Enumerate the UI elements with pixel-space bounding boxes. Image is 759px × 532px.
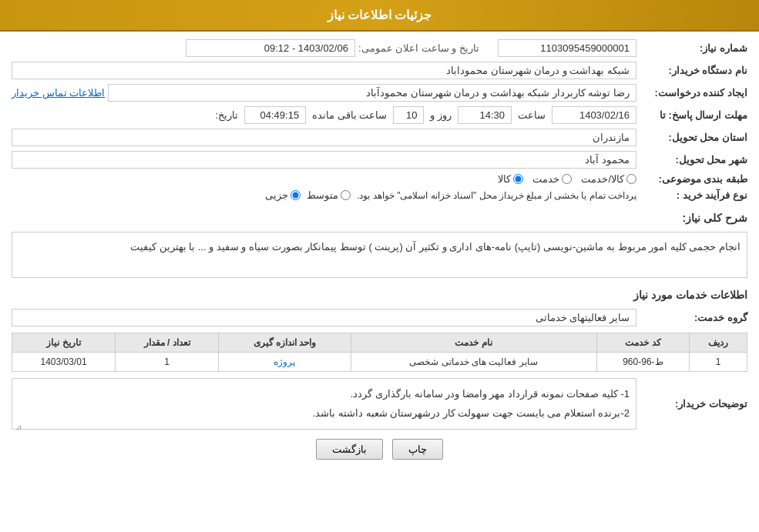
description-label: شرح کلی نیاز:	[683, 212, 747, 224]
creator-label: ایجاد کننده درخواست:	[640, 87, 747, 99]
category-kala-khedmat-radio[interactable]	[626, 174, 636, 184]
process-label: نوع فرآیند خرید :	[640, 189, 747, 201]
process-motavasset-label: متوسط	[307, 189, 338, 201]
creator-value: رضا توشه کاربردار شبکه بهداشت و درمان شه…	[108, 84, 636, 102]
service-info-label: اطلاعات خدمات مورد نیاز	[633, 289, 747, 301]
button-row: چاپ بازگشت	[12, 439, 747, 460]
cell-date: 1403/03/01	[12, 353, 116, 372]
buyer-notes-line2: 2-برنده استعلام می بایست جهت سهولت کار د…	[18, 404, 630, 423]
service-table: ردیف کد خدمت نام خدمت واحد اندازه گیری ت…	[12, 333, 747, 372]
delivery-city-value: محمود آباد	[12, 151, 636, 169]
response-days-label: روز و	[430, 109, 452, 121]
description-section-label-row: شرح کلی نیاز:	[12, 206, 747, 227]
description-value: انجام حجمی کلیه امور مربوط به ماشین-نویس…	[130, 241, 741, 253]
category-khedmat-radio[interactable]	[562, 174, 572, 184]
col-row-num: ردیف	[690, 333, 747, 353]
process-motavasset-option[interactable]: متوسط	[307, 189, 351, 201]
need-number-value: 1103095459000001	[498, 39, 636, 57]
process-motavasset-radio[interactable]	[341, 190, 351, 200]
process-jozvi-label: جزیی	[265, 189, 288, 201]
print-button[interactable]: چاپ	[392, 439, 443, 460]
delivery-province-row: استان محل تحویل: مازندران	[12, 129, 747, 146]
col-code: کد خدمت	[596, 333, 690, 353]
process-note: پرداخت تمام یا بخشی از مبلغ خریداز محل "…	[357, 190, 636, 201]
page-title: جزئیات اطلاعات نیاز	[327, 8, 432, 22]
category-khedmat-option[interactable]: خدمت	[532, 173, 572, 185]
delivery-province-label: استان محل تحویل:	[640, 132, 747, 143]
col-unit: واحد اندازه گیری	[219, 333, 351, 353]
process-options: پرداخت تمام یا بخشی از مبلغ خریداز محل "…	[265, 189, 636, 201]
category-kala-khedmat-label: کالا/خدمت	[581, 173, 624, 185]
service-group-row: گروه خدمت: سایر فعالیتهای خدماتی	[12, 309, 747, 326]
table-row: 1 ط-96-960 سایر فعالیت های خدماتی شخصی پ…	[12, 353, 747, 372]
category-khedmat-label: خدمت	[532, 173, 559, 185]
response-days-value: 10	[393, 106, 424, 124]
response-date-value: 1403/02/16	[552, 106, 636, 124]
service-group-value: سایر فعالیتهای خدماتی	[12, 309, 636, 326]
delivery-province-value: مازندران	[12, 129, 636, 146]
col-date: تاریخ نیاز	[12, 333, 116, 353]
response-remaining-value: 04:49:15	[244, 106, 306, 124]
category-kala-khedmat-option[interactable]: کالا/خدمت	[581, 173, 636, 185]
category-options: کالا/خدمت خدمت کالا	[498, 173, 636, 185]
process-jozvi-radio[interactable]	[291, 190, 301, 200]
buyer-notes-label: توضیحات خریدار:	[640, 398, 747, 410]
category-kala-radio[interactable]	[513, 174, 523, 184]
delivery-city-row: شهر محل تحویل: محمود آباد	[12, 151, 747, 169]
process-jozvi-option[interactable]: جزیی	[265, 189, 301, 201]
col-name: نام خدمت	[351, 333, 596, 353]
delivery-city-label: شهر محل تحویل:	[640, 154, 747, 166]
cell-row-num: 1	[690, 353, 747, 372]
cell-unit[interactable]: پروژه	[219, 353, 351, 372]
col-qty: تعداد / مقدار	[116, 333, 219, 353]
table-header-row: ردیف کد خدمت نام خدمت واحد اندازه گیری ت…	[12, 333, 747, 353]
cell-name: سایر فعالیت های خدماتی شخصی	[351, 353, 596, 372]
resize-handle-icon: ⊿	[14, 420, 22, 427]
process-row: نوع فرآیند خرید : پرداخت تمام یا بخشی از…	[12, 189, 747, 201]
response-remaining-label: ساعت باقی مانده	[312, 109, 387, 121]
buyer-org-value: شبکه بهداشت و درمان شهرستان محموداباد	[12, 62, 636, 79]
buyer-org-row: نام دستگاه خریدار: شبکه بهداشت و درمان ش…	[12, 62, 747, 79]
buyer-notes-row: توضیحات خریدار: 1- کلیه صفحات نمونه قرار…	[12, 378, 747, 430]
cell-code: ط-96-960	[596, 353, 690, 372]
need-number-label: شماره نیاز:	[640, 42, 747, 54]
need-number-row: شماره نیاز: 1103095459000001 تاریخ و ساع…	[12, 39, 747, 57]
buyer-notes-line1: 1- کلیه صفحات نمونه قرارداد مهر وامضا ود…	[18, 385, 630, 404]
announce-date-value: 1403/02/06 - 09:12	[186, 39, 355, 57]
tdate-label: تاریخ:	[216, 109, 239, 121]
response-date-label: مهلت ارسال پاسخ: تا	[640, 109, 747, 121]
response-time-value: 14:30	[458, 106, 512, 124]
response-date-row: مهلت ارسال پاسخ: تا 1403/02/16 ساعت 14:3…	[12, 106, 747, 124]
buyer-notes-box: 1- کلیه صفحات نمونه قرارداد مهر وامضا ود…	[12, 378, 636, 430]
cell-qty: 1	[116, 353, 219, 372]
contact-link[interactable]: اطلاعات تماس خریدار	[12, 87, 105, 99]
category-kala-label: کالا	[498, 173, 511, 185]
back-button[interactable]: بازگشت	[316, 439, 383, 460]
description-box: انجام حجمی کلیه امور مربوط به ماشین-نویس…	[12, 232, 747, 278]
service-info-header-row: اطلاعات خدمات مورد نیاز	[12, 283, 747, 304]
category-row: طبقه بندی موضوعی: کالا/خدمت خدمت کالا	[12, 173, 747, 185]
category-kala-option[interactable]: کالا	[498, 173, 523, 185]
buyer-org-label: نام دستگاه خریدار:	[640, 65, 747, 76]
creator-row: ایجاد کننده درخواست: رضا توشه کاربردار ش…	[12, 84, 747, 102]
page-header: جزئیات اطلاعات نیاز	[0, 0, 759, 32]
category-label: طبقه بندی موضوعی:	[640, 173, 747, 185]
service-group-label: گروه خدمت:	[640, 312, 747, 323]
announce-date-label: تاریخ و ساعت اعلان عمومی:	[358, 42, 479, 54]
response-time-label: ساعت	[518, 109, 546, 121]
